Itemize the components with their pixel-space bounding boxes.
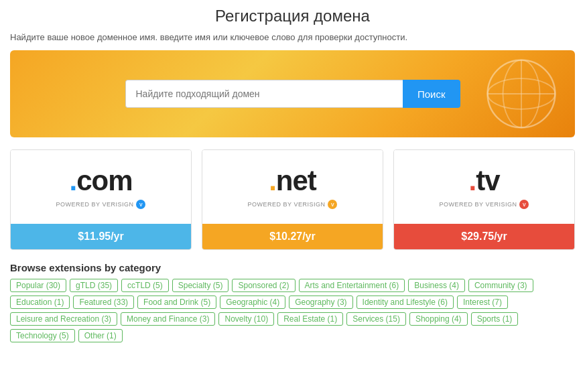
category-tag[interactable]: Food and Drink (5): [137, 296, 216, 309]
domain-price-net[interactable]: $10.27/yr: [202, 224, 383, 249]
category-tag[interactable]: Money and Finance (3): [121, 312, 215, 326]
category-tag[interactable]: Identity and Lifestyle (6): [356, 296, 454, 309]
verisign-logo-tv: V: [519, 200, 529, 209]
category-tag[interactable]: Specialty (5): [172, 279, 229, 292]
verisign-badge-tv: powered by VERISIGN V: [440, 200, 529, 209]
category-tag[interactable]: Community (3): [468, 279, 533, 292]
search-form: Поиск: [125, 80, 460, 108]
page-subtitle: Найдите ваше новое доменное имя. введите…: [10, 32, 575, 42]
verisign-logo-net: V: [328, 200, 337, 209]
search-button[interactable]: Поиск: [403, 80, 460, 108]
verisign-logo-com: V: [136, 200, 145, 209]
dot-tv: .: [468, 165, 476, 196]
category-tag[interactable]: Sponsored (2): [232, 279, 295, 292]
globe-icon: [481, 57, 562, 131]
category-tag[interactable]: Services (15): [346, 312, 406, 326]
domain-card-tv: .tv powered by VERISIGN V $29.75/yr: [393, 149, 575, 250]
dot-com: .: [69, 165, 76, 196]
verisign-text-net: powered by VERISIGN: [248, 201, 326, 208]
category-tag[interactable]: Other (1): [78, 329, 123, 342]
browse-section: Browse extensions by category Popular (3…: [10, 262, 575, 342]
category-tag[interactable]: Technology (5): [10, 329, 75, 342]
verisign-text-com: powered by VERISIGN: [56, 201, 134, 208]
domain-cards-container: .com powered by VERISIGN V $11.95/yr .ne…: [10, 149, 575, 250]
domain-name-com: .com: [69, 165, 132, 197]
category-tag[interactable]: Arts and Entertainment (6): [299, 279, 405, 292]
verisign-badge-com: powered by VERISIGN V: [56, 200, 146, 209]
domain-price-tv[interactable]: $29.75/yr: [394, 224, 574, 249]
verisign-badge-net: powered by VERISIGN V: [248, 200, 338, 209]
category-tag[interactable]: Novelty (10): [218, 312, 274, 326]
category-tag[interactable]: gTLD (35): [70, 279, 118, 292]
domain-card-net: .net powered by VERISIGN V $10.27/yr: [202, 149, 383, 250]
domain-card-com: .com powered by VERISIGN V $11.95/yr: [10, 149, 192, 250]
browse-title: Browse extensions by category: [10, 262, 575, 273]
search-input[interactable]: [125, 80, 403, 108]
category-tag[interactable]: Geographic (4): [220, 296, 285, 309]
category-tag[interactable]: Real Estate (1): [277, 312, 343, 326]
domain-price-com[interactable]: $11.95/yr: [11, 224, 191, 249]
category-tag[interactable]: Popular (30): [10, 279, 66, 292]
domain-name-tv: .tv: [468, 165, 499, 197]
search-banner: Поиск: [10, 50, 575, 137]
verisign-text-tv: powered by VERISIGN: [440, 201, 517, 208]
category-tag[interactable]: Leisure and Recreation (3): [10, 312, 117, 326]
page-title: Регистрация домена: [10, 7, 575, 25]
category-tag[interactable]: Shopping (4): [409, 312, 468, 326]
category-tag[interactable]: Sports (1): [471, 312, 519, 326]
category-tag[interactable]: ccTLD (5): [121, 279, 169, 292]
category-tag[interactable]: Education (1): [10, 296, 70, 309]
domain-name-net: .net: [269, 165, 316, 197]
dot-net: .: [269, 165, 276, 196]
category-tag[interactable]: Featured (33): [73, 296, 134, 309]
category-tag[interactable]: Business (4): [408, 279, 465, 292]
category-tag[interactable]: Geography (3): [289, 296, 352, 309]
category-tag[interactable]: Interest (7): [457, 296, 508, 309]
tags-container: Popular (30)gTLD (35)ccTLD (5)Specialty …: [10, 279, 575, 342]
